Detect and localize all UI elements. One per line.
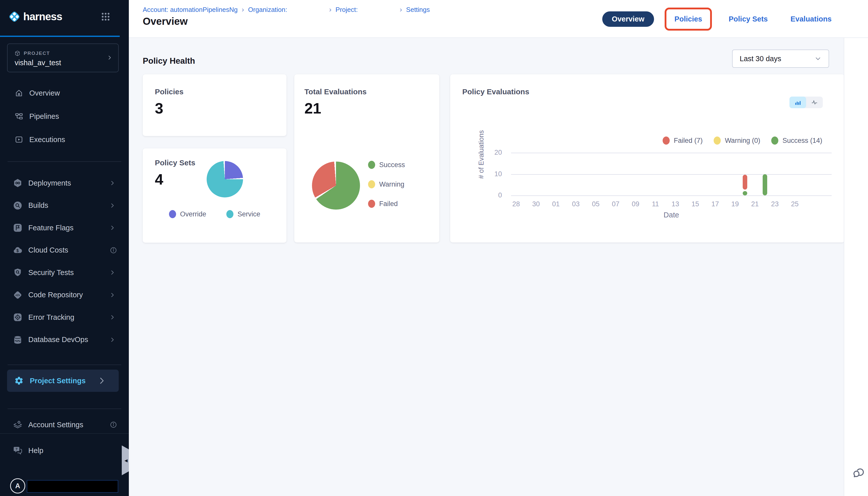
sidebar-item-deployments[interactable]: Deployments — [0, 172, 129, 195]
layers-gear-icon — [13, 420, 23, 430]
gridline — [511, 196, 832, 196]
tab-label: Overview — [612, 15, 644, 23]
svg-text:$: $ — [16, 248, 19, 252]
policies-count: 3 — [155, 99, 163, 117]
x-tick-label: 11 — [647, 200, 664, 208]
total-evaluations-pie-chart — [312, 161, 360, 210]
sidebar-item-label: Overview — [29, 89, 60, 97]
date-range-value: Last 30 days — [740, 55, 815, 63]
security-tests-icon — [13, 267, 23, 278]
sidebar-bottom-divider — [0, 433, 129, 434]
tab-label: Evaluations — [790, 15, 832, 23]
section-title: Policy Health — [143, 56, 195, 66]
breadcrumb-item[interactable]: Settings — [406, 6, 430, 14]
sidebar-item-label: Project Settings — [30, 377, 86, 385]
tab-overview[interactable]: Overview — [602, 11, 654, 27]
breadcrumb-item[interactable]: Project: — [336, 6, 396, 14]
chart-bar-failed-day-20 — [743, 175, 747, 190]
chevron-down-icon — [815, 55, 821, 62]
y-tick-label: 20 — [484, 149, 502, 156]
sidebar-item-error-tracking[interactable]: Error Tracking — [0, 306, 129, 329]
sidebar-divider — [7, 408, 121, 409]
breadcrumb-item[interactable]: Account: automationPipelinesNg — [143, 6, 238, 14]
sidebar-item-builds[interactable]: Builds — [0, 195, 129, 217]
x-axis-title: Date — [511, 211, 832, 219]
gear-icon — [14, 376, 24, 386]
x-tick-label: 30 — [527, 200, 545, 208]
sidebar-item-label: Builds — [28, 201, 48, 210]
svg-text:</>: </> — [15, 293, 20, 297]
chevron-right-icon: › — [242, 5, 244, 14]
sidebar-item-label: Cloud Costs — [28, 246, 68, 254]
chevron-right-icon: › — [329, 5, 332, 14]
support-chat-icon[interactable] — [852, 466, 866, 479]
module-grid-icon[interactable] — [100, 12, 111, 22]
legend-dot — [226, 210, 234, 218]
harness-logo-icon — [7, 9, 22, 24]
chevron-right-icon — [109, 292, 116, 298]
policies-card: Policies 3 — [143, 74, 287, 136]
policy-sets-legend-item: Service — [226, 210, 260, 218]
tab-evaluations[interactable]: Evaluations — [784, 11, 838, 27]
tab-policies[interactable]: Policies — [665, 7, 712, 31]
info-icon[interactable] — [110, 247, 117, 254]
chevron-right-icon — [107, 55, 113, 61]
sidebar-item-code-repository[interactable]: </>Code Repository — [0, 284, 129, 306]
avatar[interactable]: A — [10, 478, 25, 494]
card-title: Policies — [155, 88, 183, 96]
chevron-right-icon: › — [400, 5, 402, 14]
sidebar-item-label: Security Tests — [28, 268, 74, 277]
page-title: Overview — [143, 16, 188, 27]
card-title: Policy Sets — [155, 158, 195, 167]
x-tick-label: 23 — [766, 200, 784, 208]
chevron-right-icon — [97, 376, 107, 386]
y-tick-label: 10 — [484, 170, 502, 178]
legend-dot — [368, 161, 375, 169]
x-tick-label: 05 — [587, 200, 605, 208]
sidebar-item-project-settings[interactable]: Project Settings — [7, 370, 119, 392]
x-tick-label: 25 — [786, 200, 804, 208]
policy-sets-card: Policy Sets 4 OverrideService — [143, 149, 287, 243]
x-tick-label: 13 — [666, 200, 684, 208]
project-name: vishal_av_test — [15, 59, 61, 67]
legend-label: Service — [238, 210, 260, 218]
sidebar-item-cloud-costs[interactable]: $Cloud Costs — [0, 239, 129, 262]
sidebar-item-overview[interactable]: Overview — [0, 81, 129, 105]
info-icon[interactable] — [110, 421, 117, 429]
total-evaluations-count: 21 — [304, 99, 321, 117]
sidebar-item-feature-flags[interactable]: Feature Flags — [0, 217, 129, 239]
sidebar-item-account-settings[interactable]: Account Settings — [0, 414, 129, 436]
project-label: PROJECT — [24, 50, 50, 56]
total-evaluations-legend-item: Warning — [368, 180, 404, 188]
breadcrumb: Account: automationPipelinesNg›Organizat… — [143, 5, 430, 14]
chevron-right-icon — [109, 269, 116, 276]
x-tick-label: 17 — [706, 200, 724, 208]
cloud-costs-icon: $ — [13, 245, 23, 255]
sidebar-item-label: Pipelines — [29, 112, 59, 121]
sidebar: harness PROJECT vishal_av_test OverviewP… — [0, 0, 129, 496]
feature-flags-icon — [13, 223, 23, 233]
total-evaluations-legend-item: Failed — [368, 200, 398, 208]
page-header: Account: automationPipelinesNg›Organizat… — [129, 0, 868, 38]
harness-app: harness PROJECT vishal_av_test OverviewP… — [0, 0, 868, 496]
sidebar-item-security-tests[interactable]: Security Tests — [0, 261, 129, 284]
sidebar-item-label: Executions — [29, 136, 65, 144]
error-tracking-icon — [13, 312, 23, 322]
sidebar-item-help[interactable]: ? Help — [0, 439, 129, 462]
sidebar-item-label: Code Repository — [28, 291, 83, 299]
project-selector[interactable]: PROJECT vishal_av_test — [7, 44, 119, 72]
legend-label: Override — [180, 210, 206, 218]
legend-label: Success — [379, 161, 405, 169]
date-range-select[interactable]: Last 30 days — [732, 49, 829, 68]
sidebar-item-executions[interactable]: Executions — [0, 128, 129, 151]
sidebar-item-label: Account Settings — [28, 421, 83, 429]
breadcrumb-item[interactable]: Organization: — [248, 6, 325, 14]
policy-sets-pie-chart — [207, 161, 243, 198]
logo[interactable]: harness — [7, 9, 122, 24]
x-tick-label: 19 — [726, 200, 744, 208]
database-devops-icon — [13, 335, 23, 345]
sidebar-item-database-devops[interactable]: Database DevOps — [0, 329, 129, 351]
sidebar-item-pipelines[interactable]: Pipelines — [0, 105, 129, 128]
x-tick-label: 09 — [627, 200, 644, 208]
tab-policy-sets[interactable]: Policy Sets — [723, 11, 774, 27]
